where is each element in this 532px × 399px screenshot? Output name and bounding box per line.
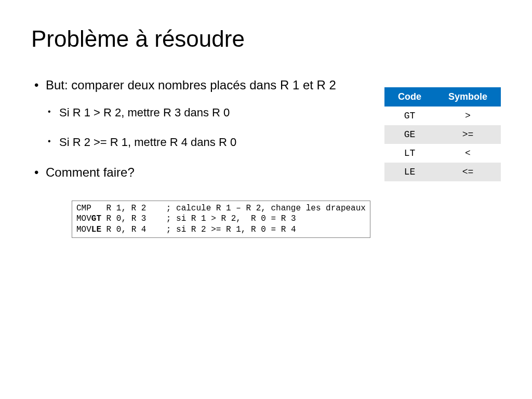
slide-container: Problème à résoudre But: comparer deux n… — [0, 0, 532, 259]
sub-bullet-item: Si R 1 > R 2, mettre R 3 dans R 0 — [48, 105, 372, 121]
text-column: But: comparer deux nombres placés dans R… — [31, 77, 372, 238]
table-row: LT< — [384, 144, 501, 163]
condition-code-table: Code Symbole GT> GE>= LT< LE<= — [384, 87, 501, 181]
content-area: But: comparer deux nombres placés dans R… — [31, 77, 501, 238]
sub-bullet-text: Si R 2 >= R 1, mettre R 4 dans R 0 — [59, 136, 236, 149]
cell-code: GE — [384, 125, 435, 144]
slide-title: Problème à résoudre — [31, 26, 501, 52]
bullet-item-how: Comment faire? — [31, 164, 372, 180]
cell-symbol: <= — [435, 163, 501, 181]
code-line: MOVLE R 0, R 4 ; si R 2 >= R 1, R 0 = R … — [76, 225, 296, 234]
code-line: MOVGT R 0, R 3 ; si R 1 > R 2, R 0 = R 3 — [76, 214, 296, 223]
table-row: LE<= — [384, 163, 501, 181]
sub-bullet-list: Si R 1 > R 2, mettre R 3 dans R 0 Si R 2… — [46, 105, 372, 150]
code-line: CMP R 1, R 2 ; calcule R 1 – R 2, change… — [76, 204, 366, 213]
code-box: CMP R 1, R 2 ; calcule R 1 – R 2, change… — [72, 201, 370, 238]
cell-symbol: >= — [435, 125, 501, 144]
sub-bullet-item: Si R 2 >= R 1, mettre R 4 dans R 0 — [48, 135, 372, 150]
table-row: GT> — [384, 107, 501, 125]
table-header-code: Code — [384, 87, 435, 107]
bullet-list: But: comparer deux nombres placés dans R… — [31, 77, 372, 181]
cell-symbol: > — [435, 107, 501, 125]
table-wrapper: Code Symbole GT> GE>= LT< LE<= — [384, 87, 501, 181]
bullet-text: But: comparer deux nombres placés dans R… — [46, 78, 336, 92]
table-row: GE>= — [384, 125, 501, 144]
table-header-row: Code Symbole — [384, 87, 501, 107]
cell-code: LE — [384, 163, 435, 181]
bullet-item-goal: But: comparer deux nombres placés dans R… — [31, 77, 372, 150]
table-header-symbol: Symbole — [435, 87, 501, 107]
sub-bullet-text: Si R 1 > R 2, mettre R 3 dans R 0 — [59, 106, 230, 119]
cell-code: LT — [384, 144, 435, 163]
bullet-text: Comment faire? — [46, 165, 135, 179]
cell-code: GT — [384, 107, 435, 125]
cell-symbol: < — [435, 144, 501, 163]
